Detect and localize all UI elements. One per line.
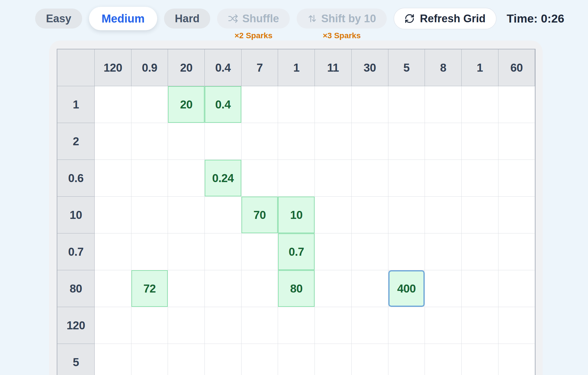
grid-cell[interactable] bbox=[498, 344, 535, 375]
grid-cell[interactable] bbox=[315, 307, 352, 344]
grid-cell[interactable] bbox=[425, 160, 462, 197]
grid-cell[interactable] bbox=[242, 307, 278, 344]
grid-cell[interactable] bbox=[205, 123, 242, 160]
grid-cell[interactable] bbox=[131, 344, 168, 375]
difficulty-easy-button[interactable]: Easy bbox=[35, 9, 82, 29]
grid-cell[interactable] bbox=[95, 123, 131, 160]
filled-grid-cell[interactable]: 80 bbox=[278, 270, 315, 307]
grid-cell[interactable] bbox=[315, 233, 352, 270]
grid-cell[interactable] bbox=[278, 160, 315, 197]
filled-grid-cell[interactable]: 0.24 bbox=[205, 160, 242, 197]
grid-cell[interactable] bbox=[205, 197, 242, 233]
grid-cell[interactable] bbox=[388, 233, 425, 270]
grid-cell[interactable] bbox=[462, 160, 498, 197]
shift-by-10-button[interactable]: Shift by 10 bbox=[297, 9, 387, 29]
grid-cell[interactable] bbox=[278, 86, 315, 123]
grid-cell[interactable] bbox=[242, 270, 278, 307]
filled-grid-cell[interactable]: 0.4 bbox=[205, 86, 242, 123]
grid-cell[interactable] bbox=[205, 344, 242, 375]
grid-cell[interactable] bbox=[352, 344, 388, 375]
grid-cell[interactable] bbox=[498, 123, 535, 160]
grid-cell[interactable] bbox=[278, 123, 315, 160]
difficulty-medium-button[interactable]: Medium bbox=[89, 7, 157, 30]
grid-cell[interactable] bbox=[95, 307, 131, 344]
grid-cell[interactable] bbox=[242, 123, 278, 160]
grid-cell[interactable] bbox=[462, 344, 498, 375]
grid-cell[interactable] bbox=[462, 307, 498, 344]
grid-cell[interactable] bbox=[168, 344, 205, 375]
grid-cell[interactable] bbox=[315, 270, 352, 307]
grid-cell[interactable] bbox=[388, 197, 425, 233]
grid-cell[interactable] bbox=[498, 197, 535, 233]
shuffle-button[interactable]: Shuffle bbox=[217, 9, 290, 29]
filled-grid-cell[interactable]: 72 bbox=[131, 270, 168, 307]
grid-cell[interactable] bbox=[425, 197, 462, 233]
grid-cell[interactable] bbox=[131, 86, 168, 123]
grid-cell[interactable] bbox=[168, 123, 205, 160]
grid-cell[interactable] bbox=[462, 233, 498, 270]
grid-cell[interactable] bbox=[168, 160, 205, 197]
grid-cell[interactable] bbox=[462, 197, 498, 233]
grid-cell[interactable] bbox=[498, 307, 535, 344]
grid-cell[interactable] bbox=[95, 160, 131, 197]
grid-cell[interactable] bbox=[352, 233, 388, 270]
grid-cell[interactable] bbox=[498, 86, 535, 123]
grid-cell[interactable] bbox=[352, 160, 388, 197]
grid-cell[interactable] bbox=[205, 270, 242, 307]
grid-cell[interactable] bbox=[168, 233, 205, 270]
refresh-grid-button[interactable]: Refresh Grid bbox=[394, 8, 496, 29]
grid-cell[interactable] bbox=[315, 344, 352, 375]
filled-grid-cell[interactable]: 10 bbox=[278, 197, 315, 233]
grid-cell[interactable] bbox=[242, 233, 278, 270]
grid-cell[interactable] bbox=[242, 160, 278, 197]
grid-cell[interactable] bbox=[498, 270, 535, 307]
grid-cell[interactable] bbox=[462, 86, 498, 123]
grid-cell[interactable] bbox=[95, 197, 131, 233]
grid-cell[interactable] bbox=[278, 307, 315, 344]
grid-cell[interactable] bbox=[242, 86, 278, 123]
grid-cell[interactable] bbox=[352, 270, 388, 307]
filled-grid-cell[interactable]: 0.7 bbox=[278, 233, 315, 270]
grid-cell[interactable] bbox=[205, 233, 242, 270]
grid-cell[interactable] bbox=[425, 270, 462, 307]
grid-cell[interactable] bbox=[425, 344, 462, 375]
grid-cell[interactable] bbox=[131, 233, 168, 270]
difficulty-hard-button[interactable]: Hard bbox=[164, 9, 210, 29]
grid-cell[interactable] bbox=[425, 123, 462, 160]
filled-grid-cell[interactable]: 70 bbox=[242, 197, 278, 233]
grid-cell[interactable] bbox=[352, 123, 388, 160]
grid-cell[interactable] bbox=[498, 233, 535, 270]
grid-cell[interactable] bbox=[168, 307, 205, 344]
grid-cell[interactable] bbox=[462, 123, 498, 160]
grid-cell[interactable] bbox=[352, 197, 388, 233]
filled-grid-cell[interactable]: 20 bbox=[168, 86, 205, 123]
grid-cell[interactable] bbox=[315, 123, 352, 160]
grid-cell[interactable] bbox=[205, 307, 242, 344]
grid-cell[interactable] bbox=[95, 233, 131, 270]
grid-cell[interactable] bbox=[278, 344, 315, 375]
grid-cell[interactable] bbox=[498, 160, 535, 197]
grid-cell[interactable] bbox=[131, 160, 168, 197]
grid-cell[interactable] bbox=[131, 307, 168, 344]
grid-cell[interactable] bbox=[425, 307, 462, 344]
grid-cell[interactable] bbox=[425, 86, 462, 123]
grid-cell[interactable] bbox=[315, 160, 352, 197]
grid-cell[interactable] bbox=[352, 307, 388, 344]
grid-cell[interactable] bbox=[315, 197, 352, 233]
selected-grid-cell[interactable]: 400 bbox=[388, 270, 425, 307]
grid-cell[interactable] bbox=[388, 86, 425, 123]
grid-cell[interactable] bbox=[352, 86, 388, 123]
grid-cell[interactable] bbox=[168, 197, 205, 233]
grid-cell[interactable] bbox=[388, 123, 425, 160]
grid-cell[interactable] bbox=[168, 270, 205, 307]
grid-cell[interactable] bbox=[388, 307, 425, 344]
grid-cell[interactable] bbox=[95, 86, 131, 123]
grid-cell[interactable] bbox=[315, 86, 352, 123]
grid-cell[interactable] bbox=[131, 123, 168, 160]
grid-cell[interactable] bbox=[242, 344, 278, 375]
grid-cell[interactable] bbox=[131, 197, 168, 233]
grid-cell[interactable] bbox=[425, 233, 462, 270]
grid-cell[interactable] bbox=[388, 160, 425, 197]
grid-cell[interactable] bbox=[388, 344, 425, 375]
grid-cell[interactable] bbox=[95, 344, 131, 375]
